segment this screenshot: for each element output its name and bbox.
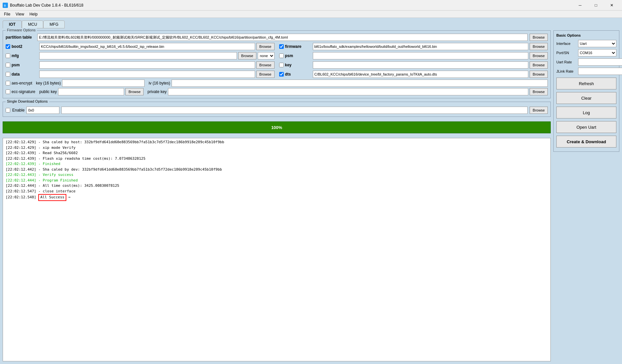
mfg-checkbox[interactable]: [6, 53, 10, 58]
aes-iv-label: iv (16 bytes): [148, 81, 170, 85]
psm-input[interactable]: [313, 52, 529, 59]
ecc-privkey-browse-btn[interactable]: Browse: [530, 88, 548, 95]
aes-row: aes-encrypt key (16 bytes) iv (16 bytes): [6, 80, 548, 87]
log-line-10: [22:02:12.547] - close interface: [6, 189, 548, 194]
port-row: Port/SN COM16 COM1 COM2: [556, 49, 616, 56]
ecc-checkbox[interactable]: [6, 89, 10, 94]
mfg-none-select[interactable]: none: [258, 52, 275, 59]
svg-text:B: B: [4, 4, 6, 7]
ecc-label: ecc-signature: [12, 89, 38, 94]
psm-checkbox[interactable]: [279, 53, 284, 58]
mfg-input[interactable]: [39, 52, 237, 59]
partition-input[interactable]: [37, 34, 528, 41]
tabs: IOT MCU MFG: [3, 20, 619, 28]
tab-mfg[interactable]: MFG: [43, 20, 65, 28]
refresh-button[interactable]: Refresh: [556, 78, 616, 89]
single-download-title: Single Download Options: [6, 99, 49, 103]
firmware-input[interactable]: [313, 43, 529, 50]
basic-options-title: Basic Options: [556, 33, 616, 37]
log-line-11: [22:02:12.548] All Success ←: [6, 194, 548, 201]
maximize-button[interactable]: □: [588, 0, 604, 11]
open-uart-button[interactable]: Open Uart: [556, 121, 616, 133]
uart-rate-input[interactable]: 2000000: [578, 58, 622, 66]
boot2-label: boot2: [12, 44, 38, 49]
clear-button[interactable]: Clear: [556, 92, 616, 104]
data-col: data Browse: [6, 71, 275, 78]
sd-enable-checkbox[interactable]: [6, 108, 10, 113]
sd-file-input[interactable]: [61, 107, 528, 114]
interface-select[interactable]: Uart JTAG: [578, 40, 616, 47]
mfg-browse-btn[interactable]: Browse: [238, 52, 256, 59]
boot2-checkbox[interactable]: [6, 44, 10, 49]
key-input[interactable]: [313, 61, 529, 69]
ecc-pubkey-label: public key: [39, 89, 57, 94]
data-browse-btn[interactable]: Browse: [256, 71, 275, 78]
partition-table-row: partition table Browse: [6, 33, 548, 41]
data-input[interactable]: [39, 71, 255, 78]
mfg-label: mfg: [12, 53, 38, 58]
log-line-5: [22:02:12.439] - Finished: [6, 161, 548, 167]
log-area[interactable]: [22:02:12.429] - Sha caled by host: 332b…: [3, 138, 551, 361]
menu-file[interactable]: File: [1, 11, 13, 17]
boot2-browse-btn[interactable]: Browse: [256, 43, 275, 50]
firmware-browse-btn[interactable]: Browse: [530, 43, 548, 50]
psm-label: psm: [285, 53, 311, 58]
ecc-pubkey-input[interactable]: [58, 88, 124, 95]
partition-label: partition table: [6, 35, 35, 40]
psm2-input[interactable]: [39, 61, 255, 69]
interface-row: Interface Uart JTAG: [556, 40, 616, 47]
create-download-button[interactable]: Create & Download: [556, 136, 616, 148]
aes-label: aes-encrypt: [12, 81, 35, 85]
data-dts-row: data Browse dts Browse: [6, 70, 548, 78]
ecc-row: ecc-signature public key Browse private …: [6, 88, 548, 95]
minimize-button[interactable]: ─: [573, 0, 588, 11]
dts-col: dts Browse: [279, 71, 548, 78]
aes-key-input[interactable]: [62, 80, 145, 87]
key-checkbox[interactable]: [279, 63, 284, 67]
log-line-7: [22:02:12.443] - Verify success: [6, 172, 548, 178]
port-select[interactable]: COM16 COM1 COM2: [578, 49, 616, 56]
mfg-col: mfg Browse none: [6, 52, 275, 59]
sd-browse-btn[interactable]: Browse: [530, 107, 548, 114]
close-button[interactable]: ✕: [604, 0, 619, 11]
aes-checkbox[interactable]: [6, 81, 10, 85]
partition-browse-btn[interactable]: Browse: [530, 34, 548, 41]
psm2-browse-btn[interactable]: Browse: [256, 61, 275, 69]
boot2-input[interactable]: [39, 43, 255, 50]
psm2-checkbox[interactable]: [6, 63, 10, 67]
log-line-6: [22:02:12.442] - Sha caled by dev: 332bf…: [6, 167, 548, 173]
menu-view[interactable]: View: [13, 11, 27, 17]
tab-iot[interactable]: IOT: [3, 20, 22, 28]
dts-input[interactable]: [313, 71, 529, 78]
jlink-rate-label: JLink Rate: [556, 69, 576, 73]
port-label: Port/SN: [556, 51, 576, 55]
left-panel: Firmware Options partition table Browse …: [3, 30, 551, 361]
tab-mcu[interactable]: MCU: [22, 20, 43, 28]
single-download-row: Enable Browse: [6, 107, 548, 114]
firmware-checkbox[interactable]: [279, 44, 284, 49]
progress-bar: 100%: [3, 121, 551, 133]
app-icon: B: [3, 3, 8, 8]
key-browse-btn[interactable]: Browse: [530, 61, 548, 69]
key-label: key: [285, 63, 311, 67]
title-bar-left: B Bouffalo Lab Dev Cube 1.8.4 - BL616/61…: [3, 3, 83, 8]
menu-help[interactable]: Help: [27, 11, 40, 17]
log-line-9: [22:02:12.444] - All time cost(ms): 3425…: [6, 183, 548, 189]
psm2-label: psm: [12, 63, 38, 67]
log-button[interactable]: Log: [556, 107, 616, 118]
data-label: data: [12, 72, 38, 77]
main-content: IOT MCU MFG Firmware Options partition t…: [0, 18, 622, 364]
jlink-rate-input[interactable]: 1000: [578, 68, 622, 75]
dts-checkbox[interactable]: [279, 72, 284, 77]
boot2-firmware-row: boot2 Browse firmware Browse: [6, 43, 548, 50]
ecc-pubkey-browse-btn[interactable]: Browse: [125, 88, 144, 95]
ecc-privkey-input[interactable]: [168, 88, 528, 95]
aes-iv-input[interactable]: [172, 80, 548, 87]
dts-browse-btn[interactable]: Browse: [530, 71, 548, 78]
psm-browse-btn[interactable]: Browse: [530, 52, 548, 59]
basic-options-box: Basic Options Interface Uart JTAG Port/S…: [553, 30, 619, 152]
firmware-col: firmware Browse: [279, 43, 548, 50]
menu-bar: File View Help: [0, 11, 622, 18]
data-checkbox[interactable]: [6, 72, 10, 77]
sd-address-input[interactable]: [26, 107, 59, 114]
